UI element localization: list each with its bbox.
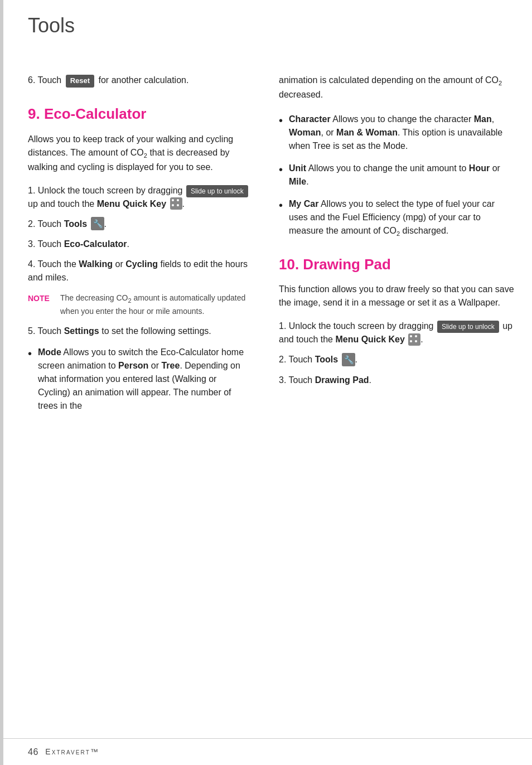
section-9-heading: 9. Eco-Calculator (28, 104, 251, 125)
tools-icon-1: 🔧 (91, 217, 104, 230)
section-9-right-bullets: Character Allows you to change the chara… (279, 113, 515, 239)
footer: 46 Extravert™ (0, 738, 532, 765)
unit-bold: Unit (289, 163, 306, 173)
note-label: NOTE (28, 293, 56, 304)
note-text: The decreasing CO2 amount is automatical… (60, 292, 251, 317)
svg-text:🔧: 🔧 (93, 219, 103, 229)
man-woman-bold: Man & Woman (336, 128, 398, 137)
menu-quick-key-icon-1 (170, 197, 182, 210)
tools-label-1: Tools (64, 219, 87, 229)
footer-brand: Extravert™ (45, 746, 99, 757)
content-area: 6. Touch Reset for another calculation. … (0, 57, 532, 738)
note-block: NOTE The decreasing CO2 amount is automa… (28, 292, 251, 317)
page-title: Tools (0, 0, 532, 40)
mode-bold: Mode (38, 347, 61, 357)
left-column: 6. Touch Reset for another calculation. … (0, 74, 268, 705)
mile-bold: Mile (289, 177, 306, 186)
menu-quick-key-label-2: Menu Quick Key (335, 335, 404, 344)
dot (172, 204, 174, 206)
mycar-bold: My Car (289, 199, 318, 209)
bullet-unit: Unit Allows you to change the unit amoun… (279, 162, 515, 188)
section-10-heading: 10. Drawing Pad (279, 254, 515, 275)
slide-up-btn-1: Slide up to unlock (186, 185, 248, 197)
reset-button[interactable]: Reset (66, 75, 94, 88)
bullet-mycar: My Car Allows you to select the type of … (279, 197, 515, 239)
cycling-label: Cycling (125, 259, 158, 269)
drawing-step-2: 2. Touch Tools 🔧 . (279, 353, 515, 367)
section-10-intro: This function allows you to draw freely … (279, 283, 515, 309)
dot (410, 335, 412, 337)
footer-page-number: 46 (28, 745, 38, 758)
mode-continuation: animation is calculated depending on the… (279, 74, 515, 101)
settings-label: Settings (64, 326, 99, 336)
slide-up-btn-2: Slide up to unlock (437, 321, 499, 333)
step-3-num: 3. (28, 239, 38, 249)
step-1: 1. Unlock the touch screen by dragging S… (28, 184, 251, 211)
drawing-step-3-num: 3. (279, 375, 289, 385)
dot (177, 204, 179, 206)
dot (172, 199, 174, 201)
step-4-num: 4. (28, 259, 38, 269)
step-2: 2. Touch Tools 🔧 . (28, 217, 251, 231)
bullet-character: Character Allows you to change the chara… (279, 113, 515, 153)
right-column: animation is calculated depending on the… (268, 74, 532, 705)
eco-calc-label: Eco-Calculator (64, 239, 127, 249)
step-6: 6. Touch Reset for another calculation. (28, 74, 251, 88)
step-6-text-before: 6. Touch (28, 75, 64, 85)
page-wrapper: Tools 6. Touch Reset for another calcula… (0, 0, 532, 765)
step-5: 5. Touch Settings to set the following s… (28, 325, 251, 337)
step-6-text-after: for another calculation. (96, 75, 188, 85)
dot (415, 335, 417, 337)
dot (415, 340, 417, 342)
bullet-mode: Mode Allows you to switch the Eco-Calcul… (28, 346, 251, 413)
section-9-intro: Allows you to keep track of your walking… (28, 133, 251, 174)
hour-bold: Hour (469, 163, 490, 173)
dot (177, 199, 179, 201)
drawing-step-2-num: 2. (279, 355, 289, 364)
section-10-steps: 1. Unlock the touch screen by dragging S… (279, 319, 515, 387)
section-9-bullets: Mode Allows you to switch the Eco-Calcul… (28, 346, 251, 413)
drawing-step-1-num: 1. (279, 321, 289, 331)
step-2-num: 2. (28, 219, 38, 229)
section-9-steps: 1. Unlock the touch screen by dragging S… (28, 184, 251, 285)
drawing-step-1: 1. Unlock the touch screen by dragging S… (279, 319, 515, 346)
person-bold: Person (118, 361, 148, 370)
step-1-num: 1. (28, 186, 38, 195)
tools-icon-2: 🔧 (342, 353, 355, 366)
walking-label: Walking (79, 259, 113, 269)
man-bold: Man (474, 114, 492, 124)
left-accent-bar (0, 0, 3, 765)
tools-label-2: Tools (315, 355, 338, 364)
dot (410, 340, 412, 342)
character-bold: Character (289, 114, 331, 124)
drawing-pad-label: Drawing Pad (315, 375, 369, 385)
svg-text:🔧: 🔧 (344, 355, 354, 365)
step-4: 4. Touch the Walking or Cycling fields t… (28, 258, 251, 284)
menu-quick-key-label-1: Menu Quick Key (97, 199, 166, 209)
step-3: 3. Touch Eco-Calculator. (28, 238, 251, 251)
woman-bold: Woman (289, 128, 321, 137)
menu-quick-key-icon-2 (408, 333, 420, 346)
tree-bold: Tree (161, 361, 180, 370)
drawing-step-3: 3. Touch Drawing Pad. (279, 374, 515, 387)
